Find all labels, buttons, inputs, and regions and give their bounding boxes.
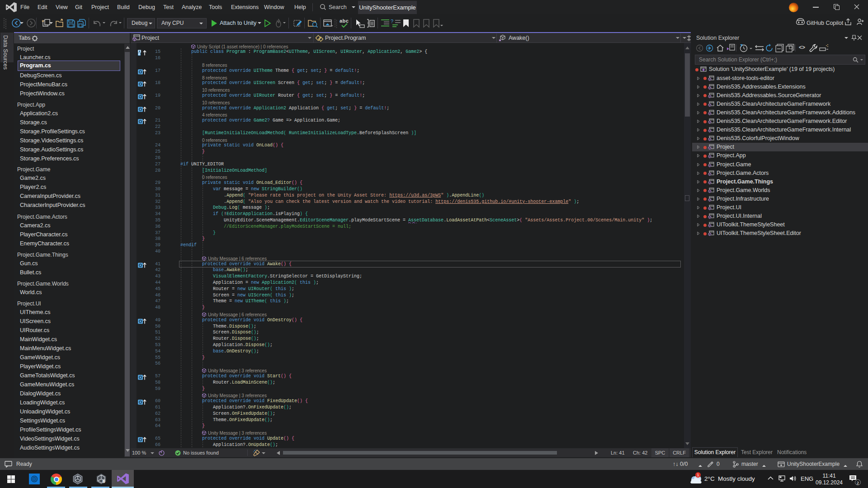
svg-text:6: 6 [103, 479, 105, 484]
svg-text:?: ? [391, 19, 393, 24]
